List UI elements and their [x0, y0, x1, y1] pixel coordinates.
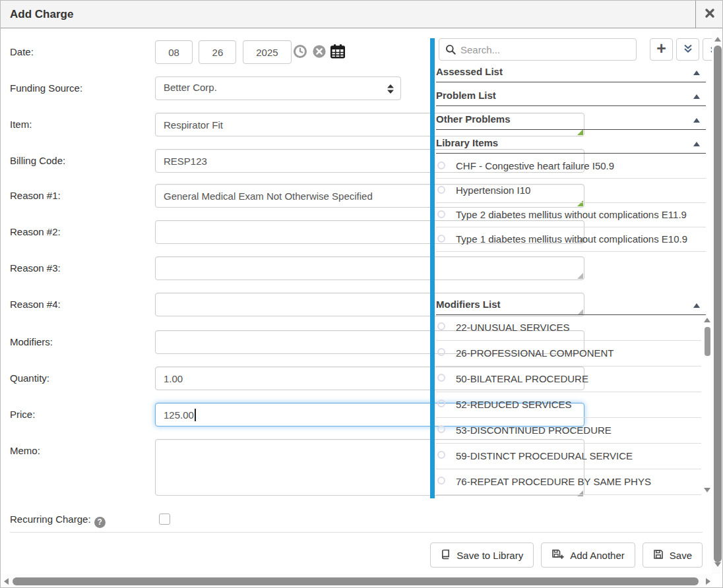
quantity-row: Quantity: [1, 367, 430, 390]
library-items-list: CHF - Congestive heart failure I50.9 Hyp… [436, 154, 706, 252]
search-box [439, 38, 637, 61]
scroll-left-arrow-icon[interactable] [4, 578, 9, 585]
date-day-input[interactable] [199, 40, 236, 64]
date-calendar-button[interactable] [330, 44, 346, 60]
section-header-problem-list[interactable]: Problem List [436, 90, 706, 106]
reason3-label: Reason #3: [10, 256, 61, 280]
list-item[interactable]: Hypertension I10 [436, 179, 706, 203]
list-item[interactable]: 76-REPEAT PROCEDURE BY SAME PHYS [436, 469, 701, 495]
radio-circle-icon [437, 186, 445, 194]
calendar-icon [330, 44, 346, 61]
modifiers-label: Modifiers: [10, 330, 53, 354]
chevron-double-down-icon [683, 44, 693, 56]
reason4-row: Reason #4: [1, 293, 430, 316]
collapse-arrow-icon [693, 303, 700, 308]
save-plus-icon [551, 548, 564, 562]
horizontal-scrollbar[interactable] [1, 574, 712, 588]
search-input[interactable] [459, 40, 632, 59]
scroll-down-arrow-icon[interactable] [714, 562, 721, 567]
expand-all-button[interactable] [676, 38, 699, 61]
radio-circle-icon [437, 162, 445, 169]
item-label: Item: [10, 113, 32, 136]
scroll-up-arrow-icon[interactable] [714, 37, 721, 42]
price-row: Price: [1, 403, 430, 426]
clock-icon [293, 44, 307, 61]
scroll-down-arrow-icon[interactable] [704, 488, 710, 492]
list-item[interactable]: CHF - Congestive heart failure I50.9 [436, 154, 706, 179]
modal-header: Add Charge [1, 1, 723, 28]
modifiers-row: Modifiers: [1, 330, 430, 354]
scroll-up-arrow-icon[interactable] [704, 318, 710, 322]
panel-search-row: + [439, 38, 712, 61]
radio-circle-icon [437, 374, 445, 382]
modifiers-list: 22-UNUSUAL SERVICES 26-PROFESSIONAL COMP… [436, 315, 701, 495]
save-to-library-button[interactable]: Save to Library [430, 543, 534, 568]
reason4-label: Reason #4: [10, 293, 61, 316]
list-item[interactable]: 52-REDUCED SERVICES [436, 392, 701, 418]
recurring-charge-checkbox[interactable] [159, 514, 170, 525]
memo-label: Memo: [10, 439, 40, 457]
list-item[interactable]: 53-DISCONTINUED PROCEDURE [436, 418, 701, 444]
section-header-library-items[interactable]: Library Items [436, 137, 706, 154]
modifiers-scrollbar[interactable] [703, 315, 712, 495]
funding-source-label: Funding Source: [10, 76, 82, 100]
add-charge-modal: Add Charge Date: [0, 0, 723, 588]
modifiers-scrollbar-thumb[interactable] [705, 327, 710, 356]
help-icon[interactable]: ? [94, 517, 106, 528]
save-icon [653, 549, 664, 562]
recurring-charge-label: Recurring Charge:? [10, 513, 106, 528]
list-item[interactable]: 59-DISTINCT PROCEDURAL SERVICE [436, 444, 701, 469]
reason3-row: Reason #3: [1, 256, 430, 280]
memo-row: Memo: [1, 439, 430, 498]
price-label: Price: [10, 403, 35, 426]
list-item[interactable]: Type 2 diabetes mellitus without complic… [436, 203, 706, 227]
charge-form: Date: [1, 28, 430, 532]
section-header-other-problems[interactable]: Other Problems [436, 113, 706, 130]
date-month-input[interactable] [155, 40, 193, 64]
reason1-row: Reason #1: [1, 184, 430, 208]
list-item[interactable]: Type 1 diabetes mellitus without complic… [436, 227, 706, 252]
radio-circle-icon [437, 425, 445, 433]
date-year-input[interactable] [243, 40, 292, 64]
reason1-label: Reason #1: [10, 184, 61, 208]
vertical-scrollbar[interactable] [712, 28, 723, 574]
save-button[interactable]: Save [643, 543, 703, 568]
diagnosis-panel: + Assessed List Problem List Other Probl… [430, 38, 712, 500]
collapse-arrow-icon [693, 94, 700, 99]
radio-circle-icon [437, 235, 445, 243]
collapse-arrow-icon [693, 118, 700, 123]
add-item-button[interactable]: + [650, 38, 673, 61]
funding-source-value: Better Corp. [164, 82, 217, 93]
clear-circle-icon [312, 44, 327, 61]
plus-icon: + [656, 40, 666, 57]
section-header-assessed-list[interactable]: Assessed List [436, 66, 706, 82]
horizontal-scrollbar-thumb[interactable] [13, 577, 699, 585]
billing-code-row: Billing Code: [1, 149, 430, 173]
modal-footer: Save to Library Add Another Save [10, 532, 703, 568]
vertical-scrollbar-thumb[interactable] [714, 45, 722, 562]
date-history-button[interactable] [292, 44, 308, 60]
list-item[interactable]: 22-UNUSUAL SERVICES [436, 315, 701, 341]
radio-circle-icon [437, 322, 445, 330]
radio-circle-icon [437, 451, 445, 459]
list-item[interactable]: 50-BILATERAL PROCEDURE [436, 367, 701, 392]
funding-source-select[interactable]: Better Corp. [155, 76, 401, 100]
modal-title: Add Charge [10, 1, 73, 28]
date-label: Date: [10, 40, 34, 64]
radio-circle-icon [437, 348, 445, 356]
add-another-button[interactable]: Add Another [541, 543, 635, 568]
radio-circle-icon [437, 477, 445, 485]
radio-circle-icon [437, 399, 445, 407]
scroll-right-arrow-icon[interactable] [706, 578, 710, 585]
collapse-arrow-icon [693, 142, 700, 146]
panel-accent-bar [430, 38, 435, 498]
reason2-row: Reason #2: [1, 220, 430, 244]
quantity-label: Quantity: [10, 367, 49, 390]
list-item[interactable]: 26-PROFESSIONAL COMPONENT [436, 341, 701, 367]
section-header-modifiers-list[interactable]: Modifiers List [436, 299, 706, 315]
select-arrows-icon [387, 84, 394, 96]
billing-code-label: Billing Code: [10, 149, 65, 173]
date-clear-button[interactable] [311, 44, 327, 60]
book-icon [441, 549, 451, 562]
close-button[interactable] [695, 1, 723, 28]
